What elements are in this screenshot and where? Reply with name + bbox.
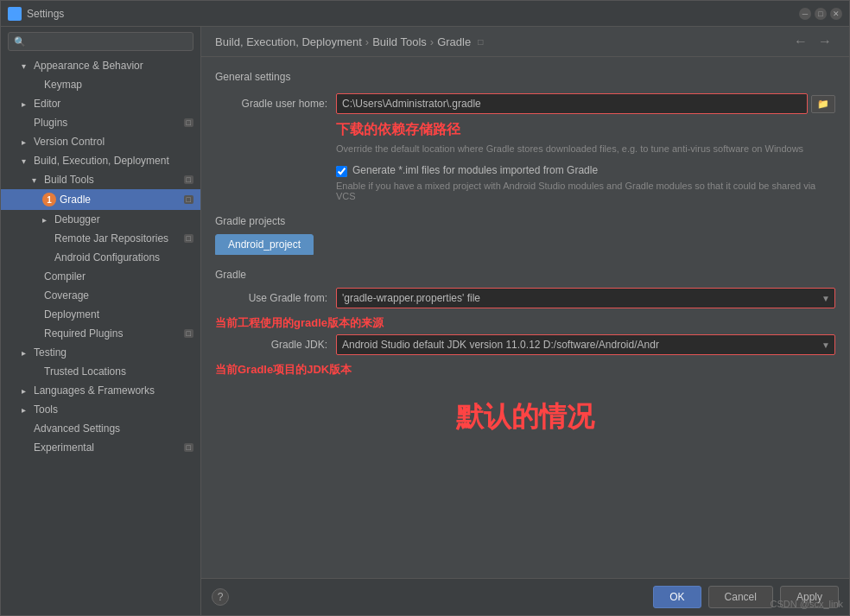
arrow-icon: ▸ <box>22 137 30 147</box>
sidebar-item-build-tools[interactable]: ▾ Build Tools □ <box>1 170 200 189</box>
sidebar-item-experimental[interactable]: Experimental □ <box>1 438 200 457</box>
sidebar-item-label: Languages & Frameworks <box>34 384 155 397</box>
gradle-jdk-label: Gradle JDK: <box>215 339 336 351</box>
sidebar-item-testing[interactable]: ▸ Testing <box>1 343 200 362</box>
search-icon: 🔍 <box>14 36 26 48</box>
arrow-icon: ▸ <box>22 99 30 109</box>
sidebar-item-label: Remote Jar Repositories <box>54 232 168 244</box>
cancel-button[interactable]: Cancel <box>708 586 773 608</box>
panel-content: General settings Gradle user home: 📁 下载的… <box>201 57 849 578</box>
sidebar-item-label: Trusted Locations <box>44 365 126 378</box>
sidebar-item-compiler[interactable]: Compiler <box>1 267 200 286</box>
sidebar-item-required-plugins[interactable]: Required Plugins □ <box>1 324 200 343</box>
sidebar-item-plugins[interactable]: Plugins □ <box>1 113 200 132</box>
sidebar-item-remote-jar[interactable]: Remote Jar Repositories □ <box>1 229 200 248</box>
gradle-user-home-label: Gradle user home: <box>215 98 336 110</box>
help-button[interactable]: ? <box>212 588 229 606</box>
generate-iml-label: Generate *.iml files for modules importe… <box>352 164 598 176</box>
back-button[interactable]: ← <box>790 34 811 49</box>
gradle-jdk-select[interactable]: Android Studio default JDK version 11.0.… <box>336 334 835 355</box>
sidebar-item-label: Gradle <box>60 194 91 206</box>
sidebar-item-languages[interactable]: ▸ Languages & Frameworks <box>1 381 200 400</box>
minimize-button[interactable]: ─ <box>799 8 811 20</box>
search-input[interactable] <box>29 35 187 48</box>
sidebar-item-label: Deployment <box>44 308 99 321</box>
content-area: 🔍 ▾ Appearance & Behavior Keymap ▸ Edito… <box>1 27 849 615</box>
maximize-button[interactable]: □ <box>815 8 827 20</box>
gradle-num-badge: 1 <box>42 193 56 206</box>
sidebar-item-label: Advanced Settings <box>34 422 120 435</box>
arrow-icon: ▸ <box>22 386 30 396</box>
app-icon <box>8 7 22 21</box>
sidebar-item-android-conf[interactable]: Android Configurations <box>1 248 200 267</box>
projects-tabs: Android_project <box>215 234 835 255</box>
nav-tree: ▾ Appearance & Behavior Keymap ▸ Editor … <box>1 56 200 615</box>
bottom-bar: ? OK Cancel Apply <box>201 578 849 615</box>
settings-window: Settings ─ □ ✕ 🔍 ▾ Appearance & Behavior <box>0 0 850 616</box>
arrow-icon: ▾ <box>22 61 30 71</box>
gradle-user-home-input[interactable] <box>336 93 808 114</box>
sidebar-item-build-exec-deploy[interactable]: ▾ Build, Execution, Deployment <box>1 151 200 170</box>
gradle-jdk-dropdown-wrap: Android Studio default JDK version 11.0.… <box>336 334 835 355</box>
project-tab-android[interactable]: Android_project <box>215 234 314 255</box>
sidebar-item-label: Build Tools <box>44 174 94 186</box>
use-gradle-from-label: Use Gradle from: <box>215 292 336 304</box>
use-gradle-from-select[interactable]: 'gradle-wrapper.properties' file Specifi… <box>336 288 835 308</box>
window-title: Settings <box>27 8 799 20</box>
search-box[interactable]: 🔍 <box>8 32 193 51</box>
generate-iml-hint: Enable if you have a mixed project with … <box>336 181 835 201</box>
generate-iml-checkbox[interactable] <box>336 166 347 177</box>
window-controls: ─ □ ✕ <box>799 8 842 20</box>
title-bar: Settings ─ □ ✕ <box>1 1 849 27</box>
breadcrumb-sep2: › <box>430 35 434 48</box>
sidebar-item-tools[interactable]: ▸ Tools <box>1 400 200 419</box>
sidebar-item-debugger[interactable]: ▸ Debugger <box>1 210 200 229</box>
use-gradle-from-row: Use Gradle from: 'gradle-wrapper.propert… <box>215 288 835 308</box>
gradle-projects-title: Gradle projects <box>215 215 835 227</box>
annotation-gradle-jdk: 当前Gradle项目的JDK版本 <box>215 362 835 378</box>
breadcrumb-part2: Build Tools <box>372 35 427 48</box>
breadcrumb: Build, Execution, Deployment › Build Too… <box>215 35 483 48</box>
close-button[interactable]: ✕ <box>830 8 842 20</box>
badge-icon: □ <box>184 443 193 452</box>
apply-button[interactable]: Apply <box>780 586 839 608</box>
browse-button[interactable]: 📁 <box>811 95 835 113</box>
badge-icon: □ <box>184 195 193 204</box>
sidebar-item-label: Testing <box>34 346 67 359</box>
sidebar: 🔍 ▾ Appearance & Behavior Keymap ▸ Edito… <box>1 27 201 615</box>
arrow-icon: ▸ <box>22 348 30 358</box>
arrow-icon: ▸ <box>22 405 30 415</box>
sidebar-item-keymap[interactable]: Keymap <box>1 75 200 94</box>
generate-iml-row: Generate *.iml files for modules importe… <box>336 164 835 177</box>
breadcrumb-sep1: › <box>365 35 369 48</box>
arrow-icon: ▸ <box>42 215 51 225</box>
breadcrumb-nav: ← → <box>790 34 835 49</box>
gradle-user-home-row: Gradle user home: 📁 <box>215 93 835 114</box>
sidebar-item-label: Debugger <box>54 213 100 225</box>
sidebar-item-label: Experimental <box>34 441 94 454</box>
breadcrumb-part1: Build, Execution, Deployment <box>215 35 362 48</box>
gradle-home-hint: Override the default location where Grad… <box>336 143 835 156</box>
sidebar-item-gradle[interactable]: 1 Gradle □ <box>1 189 200 210</box>
main-annotation: 默认的情况 <box>215 398 835 436</box>
forward-button[interactable]: → <box>815 34 835 49</box>
arrow-icon: ▾ <box>32 175 41 185</box>
gradle-jdk-wrap: Android Studio default JDK version 11.0.… <box>336 334 835 355</box>
sidebar-item-advanced-settings[interactable]: Advanced Settings <box>1 419 200 438</box>
badge-icon: □ <box>184 329 193 338</box>
main-panel: Build, Execution, Deployment › Build Too… <box>201 27 849 615</box>
sidebar-item-coverage[interactable]: Coverage <box>1 286 200 305</box>
sidebar-item-label: Appearance & Behavior <box>34 60 143 72</box>
ok-button[interactable]: OK <box>653 586 701 608</box>
sidebar-item-editor[interactable]: ▸ Editor <box>1 94 200 113</box>
sidebar-item-label: Version Control <box>34 136 105 148</box>
sidebar-item-trusted-locations[interactable]: Trusted Locations <box>1 362 200 381</box>
sidebar-item-version-control[interactable]: ▸ Version Control <box>1 132 200 151</box>
annotation-dependency-path: 下载的依赖存储路径 <box>336 121 835 139</box>
sidebar-item-label: Required Plugins <box>44 327 123 340</box>
sidebar-item-label: Compiler <box>44 270 86 283</box>
breadcrumb-icon: □ <box>478 37 483 47</box>
sidebar-item-appearance[interactable]: ▾ Appearance & Behavior <box>1 56 200 75</box>
breadcrumb-bar: Build, Execution, Deployment › Build Too… <box>201 27 849 57</box>
sidebar-item-deployment[interactable]: Deployment <box>1 305 200 324</box>
